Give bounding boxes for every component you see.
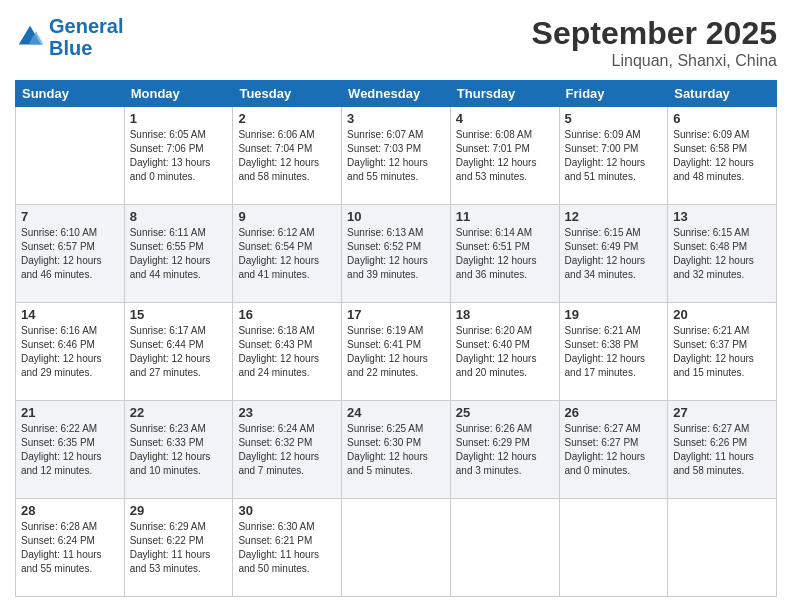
day-info: Sunrise: 6:10 AM Sunset: 6:57 PM Dayligh… <box>21 226 119 282</box>
day-number: 13 <box>673 209 771 224</box>
day-number: 6 <box>673 111 771 126</box>
day-number: 17 <box>347 307 445 322</box>
day-number: 16 <box>238 307 336 322</box>
table-row: 1Sunrise: 6:05 AM Sunset: 7:06 PM Daylig… <box>124 107 233 205</box>
day-number: 23 <box>238 405 336 420</box>
day-info: Sunrise: 6:28 AM Sunset: 6:24 PM Dayligh… <box>21 520 119 576</box>
day-number: 22 <box>130 405 228 420</box>
logo: General Blue <box>15 15 123 59</box>
table-row: 21Sunrise: 6:22 AM Sunset: 6:35 PM Dayli… <box>16 401 125 499</box>
calendar-table: Sunday Monday Tuesday Wednesday Thursday… <box>15 80 777 597</box>
day-info: Sunrise: 6:07 AM Sunset: 7:03 PM Dayligh… <box>347 128 445 184</box>
day-number: 3 <box>347 111 445 126</box>
table-row: 16Sunrise: 6:18 AM Sunset: 6:43 PM Dayli… <box>233 303 342 401</box>
col-tuesday: Tuesday <box>233 81 342 107</box>
day-info: Sunrise: 6:14 AM Sunset: 6:51 PM Dayligh… <box>456 226 554 282</box>
table-row: 12Sunrise: 6:15 AM Sunset: 6:49 PM Dayli… <box>559 205 668 303</box>
table-row: 18Sunrise: 6:20 AM Sunset: 6:40 PM Dayli… <box>450 303 559 401</box>
table-row: 20Sunrise: 6:21 AM Sunset: 6:37 PM Dayli… <box>668 303 777 401</box>
day-number: 19 <box>565 307 663 322</box>
table-row: 22Sunrise: 6:23 AM Sunset: 6:33 PM Dayli… <box>124 401 233 499</box>
day-number: 7 <box>21 209 119 224</box>
day-info: Sunrise: 6:19 AM Sunset: 6:41 PM Dayligh… <box>347 324 445 380</box>
table-row: 10Sunrise: 6:13 AM Sunset: 6:52 PM Dayli… <box>342 205 451 303</box>
calendar-week-row: 14Sunrise: 6:16 AM Sunset: 6:46 PM Dayli… <box>16 303 777 401</box>
table-row: 27Sunrise: 6:27 AM Sunset: 6:26 PM Dayli… <box>668 401 777 499</box>
day-number: 8 <box>130 209 228 224</box>
table-row: 7Sunrise: 6:10 AM Sunset: 6:57 PM Daylig… <box>16 205 125 303</box>
day-info: Sunrise: 6:09 AM Sunset: 7:00 PM Dayligh… <box>565 128 663 184</box>
col-sunday: Sunday <box>16 81 125 107</box>
table-row: 13Sunrise: 6:15 AM Sunset: 6:48 PM Dayli… <box>668 205 777 303</box>
day-info: Sunrise: 6:25 AM Sunset: 6:30 PM Dayligh… <box>347 422 445 478</box>
day-number: 10 <box>347 209 445 224</box>
table-row <box>450 499 559 597</box>
day-info: Sunrise: 6:26 AM Sunset: 6:29 PM Dayligh… <box>456 422 554 478</box>
table-row: 11Sunrise: 6:14 AM Sunset: 6:51 PM Dayli… <box>450 205 559 303</box>
table-row: 14Sunrise: 6:16 AM Sunset: 6:46 PM Dayli… <box>16 303 125 401</box>
day-info: Sunrise: 6:08 AM Sunset: 7:01 PM Dayligh… <box>456 128 554 184</box>
table-row: 17Sunrise: 6:19 AM Sunset: 6:41 PM Dayli… <box>342 303 451 401</box>
day-info: Sunrise: 6:20 AM Sunset: 6:40 PM Dayligh… <box>456 324 554 380</box>
day-info: Sunrise: 6:15 AM Sunset: 6:48 PM Dayligh… <box>673 226 771 282</box>
day-number: 24 <box>347 405 445 420</box>
day-number: 12 <box>565 209 663 224</box>
day-number: 20 <box>673 307 771 322</box>
table-row <box>16 107 125 205</box>
table-row: 26Sunrise: 6:27 AM Sunset: 6:27 PM Dayli… <box>559 401 668 499</box>
table-row <box>668 499 777 597</box>
calendar-week-row: 7Sunrise: 6:10 AM Sunset: 6:57 PM Daylig… <box>16 205 777 303</box>
col-thursday: Thursday <box>450 81 559 107</box>
day-info: Sunrise: 6:11 AM Sunset: 6:55 PM Dayligh… <box>130 226 228 282</box>
location: Linquan, Shanxi, China <box>532 52 777 70</box>
table-row <box>559 499 668 597</box>
day-info: Sunrise: 6:09 AM Sunset: 6:58 PM Dayligh… <box>673 128 771 184</box>
table-row <box>342 499 451 597</box>
table-row: 24Sunrise: 6:25 AM Sunset: 6:30 PM Dayli… <box>342 401 451 499</box>
header: General Blue September 2025 Linquan, Sha… <box>15 15 777 70</box>
table-row: 2Sunrise: 6:06 AM Sunset: 7:04 PM Daylig… <box>233 107 342 205</box>
day-info: Sunrise: 6:24 AM Sunset: 6:32 PM Dayligh… <box>238 422 336 478</box>
day-number: 26 <box>565 405 663 420</box>
day-number: 28 <box>21 503 119 518</box>
day-number: 5 <box>565 111 663 126</box>
month-title: September 2025 <box>532 15 777 52</box>
logo-line1: General <box>49 15 123 37</box>
day-number: 11 <box>456 209 554 224</box>
day-info: Sunrise: 6:23 AM Sunset: 6:33 PM Dayligh… <box>130 422 228 478</box>
day-info: Sunrise: 6:30 AM Sunset: 6:21 PM Dayligh… <box>238 520 336 576</box>
table-row: 30Sunrise: 6:30 AM Sunset: 6:21 PM Dayli… <box>233 499 342 597</box>
table-row: 15Sunrise: 6:17 AM Sunset: 6:44 PM Dayli… <box>124 303 233 401</box>
day-info: Sunrise: 6:06 AM Sunset: 7:04 PM Dayligh… <box>238 128 336 184</box>
calendar-week-row: 21Sunrise: 6:22 AM Sunset: 6:35 PM Dayli… <box>16 401 777 499</box>
day-info: Sunrise: 6:27 AM Sunset: 6:26 PM Dayligh… <box>673 422 771 478</box>
table-row: 5Sunrise: 6:09 AM Sunset: 7:00 PM Daylig… <box>559 107 668 205</box>
day-number: 18 <box>456 307 554 322</box>
day-info: Sunrise: 6:27 AM Sunset: 6:27 PM Dayligh… <box>565 422 663 478</box>
calendar-header-row: Sunday Monday Tuesday Wednesday Thursday… <box>16 81 777 107</box>
day-number: 30 <box>238 503 336 518</box>
day-info: Sunrise: 6:05 AM Sunset: 7:06 PM Dayligh… <box>130 128 228 184</box>
day-number: 29 <box>130 503 228 518</box>
title-block: September 2025 Linquan, Shanxi, China <box>532 15 777 70</box>
col-wednesday: Wednesday <box>342 81 451 107</box>
table-row: 23Sunrise: 6:24 AM Sunset: 6:32 PM Dayli… <box>233 401 342 499</box>
day-info: Sunrise: 6:29 AM Sunset: 6:22 PM Dayligh… <box>130 520 228 576</box>
page: General Blue September 2025 Linquan, Sha… <box>0 0 792 612</box>
logo-text: General Blue <box>49 15 123 59</box>
day-info: Sunrise: 6:13 AM Sunset: 6:52 PM Dayligh… <box>347 226 445 282</box>
day-number: 1 <box>130 111 228 126</box>
table-row: 6Sunrise: 6:09 AM Sunset: 6:58 PM Daylig… <box>668 107 777 205</box>
table-row: 19Sunrise: 6:21 AM Sunset: 6:38 PM Dayli… <box>559 303 668 401</box>
day-info: Sunrise: 6:18 AM Sunset: 6:43 PM Dayligh… <box>238 324 336 380</box>
table-row: 25Sunrise: 6:26 AM Sunset: 6:29 PM Dayli… <box>450 401 559 499</box>
day-number: 27 <box>673 405 771 420</box>
day-number: 2 <box>238 111 336 126</box>
logo-line2: Blue <box>49 37 92 59</box>
table-row: 28Sunrise: 6:28 AM Sunset: 6:24 PM Dayli… <box>16 499 125 597</box>
day-info: Sunrise: 6:12 AM Sunset: 6:54 PM Dayligh… <box>238 226 336 282</box>
day-number: 25 <box>456 405 554 420</box>
col-monday: Monday <box>124 81 233 107</box>
logo-icon <box>15 22 45 52</box>
day-info: Sunrise: 6:15 AM Sunset: 6:49 PM Dayligh… <box>565 226 663 282</box>
